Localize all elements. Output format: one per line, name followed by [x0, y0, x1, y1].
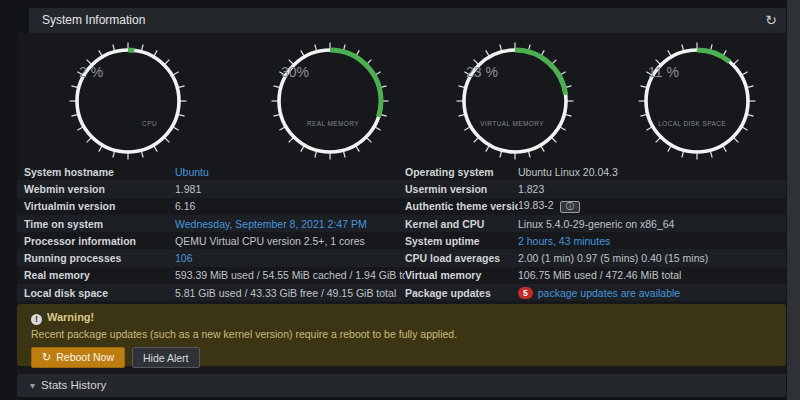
gauge-percent: 23 % — [466, 64, 498, 80]
refresh-icon[interactable]: ↻ — [765, 8, 777, 33]
hide-alert-button[interactable]: Hide Alert — [132, 347, 200, 368]
row-label: Processor information — [24, 235, 175, 247]
warning-icon: ! — [31, 314, 42, 325]
row-value: QEMU Virtual CPU version 2.5+, 1 cores — [175, 235, 405, 247]
row-value: 2 hours, 43 minutes — [518, 235, 786, 247]
gauge-percent: 30% — [281, 64, 309, 80]
value-text: 1.981 — [175, 183, 201, 195]
reboot-now-button[interactable]: ↻Reboot Now — [31, 347, 125, 368]
row-label: Virtual memory — [405, 269, 518, 281]
gauge-label: CPU — [63, 120, 157, 127]
table-row: Real memory593.39 MiB used / 54.55 MiB c… — [17, 267, 786, 284]
row-value: 106 — [175, 252, 405, 264]
row-label: Usermin version — [405, 183, 518, 195]
value-text: Ubuntu Linux 20.04.3 — [518, 166, 618, 178]
alert-buttons: ↻Reboot Now Hide Alert — [31, 347, 772, 368]
gauge-virtual-memory: 23 %VIRTUAL MEMORY — [450, 36, 580, 166]
table-row: Running processes106CPU load averages2.0… — [17, 249, 786, 266]
alert-title-row: !Warning! — [31, 311, 772, 325]
value-text: 593.39 MiB used / 54.55 MiB cached / 1.9… — [175, 269, 405, 281]
page-right-gutter — [787, 0, 800, 400]
system-information-header: System Information ↻ — [29, 8, 786, 33]
row-label: Operating system — [405, 166, 518, 178]
value-text: 106.75 MiB used / 472.46 MiB total — [518, 269, 681, 281]
row-label: Webmin version — [24, 183, 175, 195]
row-value: 1.981 — [175, 183, 405, 195]
gauge-local-disk-space: 11 %LOCAL DISK SPACE — [632, 36, 762, 166]
system-information-body: System hostnameUbuntuOperating systemUbu… — [17, 33, 786, 397]
gauge-cpu: 2 %CPU — [63, 36, 193, 166]
row-label: Real memory — [24, 269, 175, 281]
row-value: 2.00 (1 min) 0.97 (5 mins) 0.40 (15 mins… — [518, 252, 786, 264]
row-label: System uptime — [405, 235, 518, 247]
stats-history-title: Stats History — [41, 379, 106, 391]
table-row: Time on systemWednesday, September 8, 20… — [17, 215, 786, 232]
value-text: Linux 5.4.0-29-generic on x86_64 — [518, 218, 674, 230]
row-value: Ubuntu Linux 20.04.3 — [518, 166, 786, 178]
row-value: Linux 5.4.0-29-generic on x86_64 — [518, 218, 786, 230]
stats-history-header[interactable]: ▾Stats History — [17, 374, 786, 397]
reboot-refresh-icon: ↻ — [42, 351, 51, 363]
running-processes-link[interactable]: 106 — [175, 252, 193, 264]
value-text: 19.83-2 — [518, 199, 554, 211]
value-text: 2.00 (1 min) 0.97 (5 mins) 0.40 (15 mins… — [518, 252, 708, 264]
row-value: 5package updates are available — [518, 287, 786, 299]
gauge-real-memory: 30%REAL MEMORY — [265, 36, 395, 166]
value-text: QEMU Virtual CPU version 2.5+, 1 cores — [175, 235, 365, 247]
gauge-percent: 11 % — [648, 64, 679, 80]
table-row: Webmin version1.981Usermin version1.823 — [17, 180, 786, 197]
row-value: 6.16 — [175, 200, 405, 212]
system-hostname-link[interactable]: Ubuntu — [175, 166, 209, 178]
alert-message: Recent package updates (such as a new ke… — [31, 328, 772, 340]
row-label: CPU load averages — [405, 252, 518, 264]
package-updates-badge: 5 — [518, 287, 533, 299]
package-updates-link[interactable]: package updates are available — [538, 287, 680, 299]
warning-alert: !Warning! Recent package updates (such a… — [17, 304, 786, 366]
gauge-percent: 2 % — [79, 64, 103, 80]
caret-down-icon: ▾ — [30, 380, 35, 391]
row-value: Wednesday, September 8, 2021 2:47 PM — [175, 218, 405, 230]
row-value: 1.823 — [518, 183, 786, 195]
row-value: 106.75 MiB used / 472.46 MiB total — [518, 269, 786, 281]
row-label: Package updates — [405, 287, 518, 299]
value-text: 6.16 — [175, 200, 195, 212]
row-label: Virtualmin version — [24, 200, 175, 212]
row-value: 593.39 MiB used / 54.55 MiB cached / 1.9… — [175, 269, 405, 281]
row-value: 19.83-2ⓘ — [518, 199, 786, 213]
theme-info-button[interactable]: ⓘ — [560, 201, 580, 213]
gauge-label: VIRTUAL MEMORY — [450, 120, 544, 127]
panel-title: System Information — [42, 13, 145, 27]
table-row: Local disk space5.81 GiB used / 43.33 Gi… — [17, 284, 786, 301]
table-row: Virtualmin version6.16Authentic theme ve… — [17, 198, 786, 215]
row-label: System hostname — [24, 166, 175, 178]
row-label: Local disk space — [24, 287, 175, 299]
row-label: Kernel and CPU — [405, 218, 518, 230]
gauge-label: REAL MEMORY — [265, 120, 359, 127]
reboot-now-label: Reboot Now — [56, 351, 114, 363]
row-value: 5.81 GiB used / 43.33 GiB free / 49.15 G… — [175, 287, 405, 299]
row-label: Time on system — [24, 218, 175, 230]
table-row: Processor informationQEMU Virtual CPU ve… — [17, 232, 786, 249]
system-uptime-link[interactable]: 2 hours, 43 minutes — [518, 235, 610, 247]
alert-title: Warning! — [47, 311, 94, 323]
row-value: Ubuntu — [175, 166, 405, 178]
value-text: 1.823 — [518, 183, 544, 195]
gauge-label: LOCAL DISK SPACE — [632, 120, 726, 127]
webmin-dashboard: System Information ↻ System hostnameUbun… — [0, 0, 800, 400]
row-label: Authentic theme version — [405, 200, 518, 212]
system-info-table: System hostnameUbuntuOperating systemUbu… — [17, 163, 786, 301]
value-text: 5.81 GiB used / 43.33 GiB free / 49.15 G… — [175, 287, 396, 299]
row-label: Running processes — [24, 252, 175, 264]
time-on-system-link[interactable]: Wednesday, September 8, 2021 2:47 PM — [175, 218, 367, 230]
